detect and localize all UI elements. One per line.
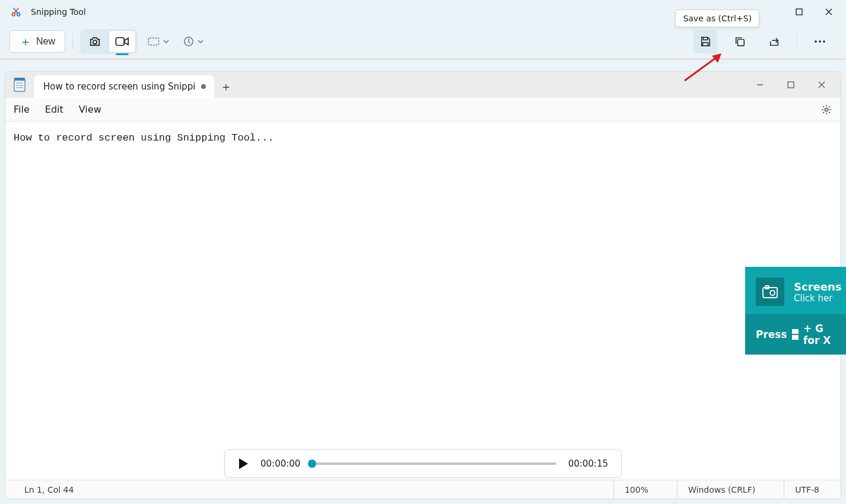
close-button[interactable] [814, 0, 844, 24]
screenshot-mode-button[interactable] [81, 30, 109, 53]
svg-marker-21 [239, 458, 248, 469]
screenshot-icon [756, 277, 784, 306]
new-button-label: New [36, 36, 55, 47]
copy-button[interactable] [728, 30, 752, 53]
svg-rect-4 [116, 37, 124, 45]
notepad-statusbar: Ln 1, Col 44 100% Windows (CRLF) UTF-8 [5, 480, 841, 499]
notepad-tab[interactable]: How to record screen using Snippi [34, 75, 214, 98]
delay-dropdown[interactable] [180, 33, 207, 50]
status-zoom[interactable]: 100% [613, 480, 659, 499]
record-mode-button[interactable] [109, 30, 136, 53]
svg-rect-2 [796, 9, 802, 15]
capture-mode-toggle [80, 29, 137, 54]
playback-thumb[interactable] [308, 460, 316, 468]
chevron-down-icon [198, 40, 203, 43]
toast-subtitle: Click her [794, 293, 841, 304]
notepad-tabbar: How to record screen using Snippi ＋ [5, 72, 841, 98]
new-button[interactable]: ＋ New [9, 30, 65, 53]
notepad-minimize-button[interactable] [745, 74, 775, 95]
save-button[interactable] [694, 30, 717, 53]
notepad-icon [5, 72, 34, 98]
notepad-close-button[interactable] [806, 74, 837, 95]
unsaved-dot-icon [201, 84, 206, 89]
maximize-button[interactable] [784, 0, 814, 24]
notepad-tab-title: How to record screen using Snippi [43, 81, 195, 92]
window-controls [784, 0, 844, 24]
notepad-window-controls [745, 74, 837, 95]
menu-file[interactable]: File [14, 104, 30, 115]
svg-point-24 [770, 291, 775, 295]
save-as-tooltip: Save as (Ctrl+S) [675, 9, 759, 27]
notepad-window: How to record screen using Snippi ＋ File… [5, 71, 841, 499]
snipping-toolbar: ＋ New [0, 24, 846, 59]
notepad-editor[interactable]: How to record screen using Snipping Tool… [5, 122, 841, 480]
svg-point-8 [815, 40, 817, 43]
status-cursor-position: Ln 1, Col 44 [16, 485, 82, 495]
share-button[interactable] [762, 30, 786, 53]
svg-rect-19 [788, 82, 794, 88]
menu-edit[interactable]: Edit [45, 104, 63, 115]
svg-rect-7 [737, 39, 744, 46]
more-button[interactable] [808, 30, 832, 53]
plus-icon: ＋ [20, 36, 31, 47]
notepad-new-tab-button[interactable]: ＋ [214, 75, 238, 98]
windows-key-icon [792, 329, 799, 340]
toast-hint: Press + G for X [745, 314, 846, 355]
menu-view[interactable]: View [79, 104, 101, 115]
toast-title: Screens [794, 280, 841, 293]
svg-rect-14 [14, 78, 25, 81]
divider [72, 33, 73, 50]
svg-rect-5 [148, 38, 158, 45]
notepad-maximize-button[interactable] [775, 74, 806, 95]
window-title: Snipping Tool [31, 7, 86, 17]
status-encoding[interactable]: UTF-8 [784, 480, 830, 499]
play-button[interactable] [238, 458, 249, 470]
gear-icon [820, 104, 832, 116]
snipping-tool-icon [9, 5, 23, 18]
notepad-menubar: File Edit View [5, 98, 841, 122]
svg-point-10 [823, 40, 825, 43]
snip-shape-dropdown[interactable] [144, 33, 173, 50]
playback-current-time: 00:00:00 [260, 458, 300, 469]
playback-seek-track[interactable] [312, 462, 556, 465]
divider [797, 33, 797, 50]
status-line-ending[interactable]: Windows (CRLF) [677, 480, 766, 499]
svg-point-9 [819, 40, 821, 43]
snipping-tool-window: Snipping Tool Save as (Ctrl+S) ＋ New [0, 0, 846, 504]
notepad-settings-button[interactable] [820, 104, 832, 116]
playback-total-time: 00:00:15 [568, 458, 608, 469]
svg-point-20 [825, 108, 828, 111]
xbox-gamebar-toast[interactable]: Screens Click her Press + G for X [745, 267, 846, 355]
chevron-down-icon [163, 40, 169, 43]
video-playback-bar: 00:00:00 00:00:15 [224, 449, 622, 478]
svg-point-3 [93, 40, 97, 43]
